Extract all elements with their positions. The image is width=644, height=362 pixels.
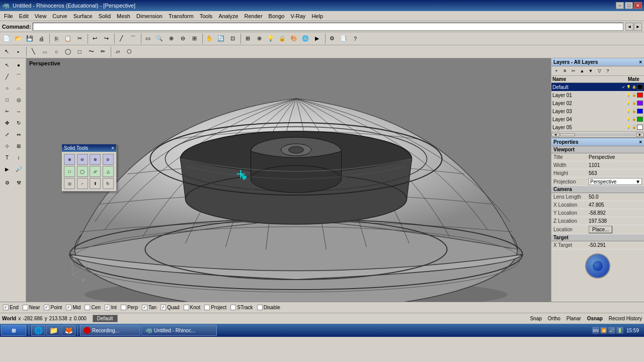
projection-dropdown-icon[interactable]: ▼ (635, 179, 640, 185)
lt-extend[interactable]: ↔ (13, 106, 24, 117)
undo-button[interactable]: ↩ (89, 33, 100, 44)
st-box[interactable]: □ (64, 166, 75, 177)
layer-color-default[interactable] (637, 84, 643, 89)
st-union[interactable]: ⊕ (64, 154, 75, 165)
layer-row-default[interactable]: Default ✓ 💡 🔒 (551, 83, 644, 91)
zoom-in-tool[interactable]: ⊕ (166, 33, 177, 44)
snap-int-cb[interactable]: ✓ (105, 305, 110, 310)
patch-tool[interactable]: ⬡ (124, 46, 135, 57)
snap-perp-cb[interactable] (121, 305, 126, 310)
layer-row-03[interactable]: Layer 03 💡 🔒 (551, 107, 644, 115)
layer-color-05[interactable] (637, 125, 643, 130)
lt-join[interactable]: ⊞ (13, 140, 24, 151)
menu-transform[interactable]: Transform (166, 12, 197, 20)
lt-scale[interactable]: ⤢ (2, 129, 13, 140)
lt-sphere[interactable]: ◎ (13, 94, 24, 105)
material-tool[interactable]: 🎨 (288, 33, 299, 44)
lt-curve[interactable]: ⌒ (13, 71, 24, 82)
hscroll-right[interactable]: ► (636, 133, 644, 137)
lt-dim[interactable]: ↕ (13, 152, 24, 163)
hscroll-track[interactable] (560, 133, 635, 136)
sketch-tool[interactable]: ✏ (97, 46, 108, 57)
layers-new-btn[interactable]: + (552, 67, 560, 75)
lt-analyze2[interactable]: 🔎 (13, 163, 24, 174)
place-location-button[interactable]: Place... (589, 226, 612, 233)
zoom-tool[interactable]: 🔍 (154, 33, 165, 44)
lt-box[interactable]: □ (2, 94, 13, 105)
lt-render2[interactable]: ▶ (2, 163, 13, 174)
lt-move[interactable]: ✥ (2, 117, 13, 128)
layer-color-04[interactable] (637, 117, 643, 122)
lt-text[interactable]: T (2, 152, 13, 163)
ortho-status[interactable]: Ortho (548, 316, 560, 321)
nav-back-button[interactable]: ◄ (625, 23, 633, 31)
layers-close-icon[interactable]: × (639, 59, 642, 65)
lt-line[interactable]: ╱ (2, 71, 13, 82)
lt-select[interactable]: ↖ (2, 59, 13, 70)
nav-fwd-button[interactable]: ► (634, 23, 642, 31)
new-button[interactable]: 📄 (1, 33, 12, 44)
freeform-tool[interactable]: 〜 (86, 46, 97, 57)
snap-cen-cb[interactable] (85, 305, 90, 310)
zoom-extents-tool[interactable]: ⊡ (227, 33, 238, 44)
rotate-view-tool[interactable]: 🔄 (215, 33, 226, 44)
redo-button[interactable]: ↪ (101, 33, 112, 44)
minimize-button[interactable]: − (616, 2, 624, 9)
record-history-status[interactable]: Record History (609, 316, 642, 321)
hscroll-left[interactable]: ◄ (551, 133, 559, 137)
snap-point-cb[interactable]: ✓ (44, 305, 49, 310)
st-cone[interactable]: △ (103, 166, 114, 177)
lt-misc1[interactable]: ⚙ (2, 177, 13, 188)
lt-mirror[interactable]: ⇔ (13, 129, 24, 140)
solid-tools-close[interactable]: × (111, 145, 114, 151)
menu-bongo[interactable]: Bongo (266, 12, 288, 20)
open-button[interactable]: 📂 (13, 33, 24, 44)
snap-project-cb[interactable] (204, 305, 210, 310)
snap-near-cb[interactable] (23, 305, 28, 310)
layer-tool[interactable]: 📑 (338, 33, 349, 44)
layer-row-02[interactable]: Layer 02 💡 🔒 (551, 99, 644, 107)
polyline-tool[interactable]: ╲ (28, 46, 39, 57)
lt-trim[interactable]: ✁ (2, 106, 13, 117)
firefox-button[interactable]: 🦊 (61, 325, 75, 336)
paste-button[interactable]: 📋 (62, 33, 73, 44)
help-tool[interactable]: ? (350, 33, 361, 44)
menu-analyze[interactable]: Analyze (215, 12, 241, 20)
rhino-task[interactable]: 🦏 Untitled - Rhinoc... (141, 325, 217, 336)
menu-help[interactable]: Help (308, 12, 326, 20)
snap-mid-cb[interactable]: ✓ (66, 305, 71, 310)
snap-strack-cb[interactable] (230, 305, 236, 310)
settings-tool[interactable]: ⚙ (327, 33, 338, 44)
close-button[interactable]: ✕ (634, 2, 642, 9)
rect-tool[interactable]: □ (74, 46, 85, 57)
explorer-button[interactable]: 📁 (46, 325, 60, 336)
projection-select[interactable]: Perspective ▼ (589, 178, 642, 185)
layer-row-01[interactable]: Layer 01 💡 🔒 (551, 91, 644, 99)
menu-mesh[interactable]: Mesh (114, 12, 133, 20)
save-button[interactable]: 💾 (24, 33, 35, 44)
st-torus[interactable]: ◎ (64, 178, 75, 189)
layers-down-btn[interactable]: ▼ (587, 67, 595, 75)
circle-tool[interactable]: ○ (51, 46, 62, 57)
snap-status[interactable]: Snap (530, 316, 541, 321)
layers-cut-btn[interactable]: ✂ (570, 67, 578, 75)
grid-tool[interactable]: ⊞ (242, 33, 253, 44)
recording-task[interactable]: Recording... (80, 325, 140, 336)
layer-color-02[interactable] (637, 101, 643, 106)
planar-status[interactable]: Planar (567, 316, 581, 321)
st-sphere2[interactable]: ◯ (77, 166, 88, 177)
line-tool[interactable]: ╱ (116, 33, 127, 44)
layers-del-btn[interactable]: ✕ (561, 67, 569, 75)
select-tool[interactable]: ↖ (1, 46, 12, 57)
menu-render[interactable]: Render (242, 12, 266, 20)
print-button[interactable]: 🖨 (36, 33, 47, 44)
snap-tool[interactable]: ⊕ (254, 33, 265, 44)
maximize-button[interactable]: □ (625, 2, 633, 9)
layers-up-btn[interactable]: ▲ (578, 67, 586, 75)
props-close-icon[interactable]: × (639, 139, 642, 145)
point-tool[interactable]: • (13, 46, 24, 57)
menu-edit[interactable]: Edit (16, 12, 32, 20)
lt-explode[interactable]: ⊹ (2, 140, 13, 151)
layer-color-01[interactable] (637, 93, 643, 98)
snap-end-cb[interactable]: ✓ (3, 305, 9, 310)
